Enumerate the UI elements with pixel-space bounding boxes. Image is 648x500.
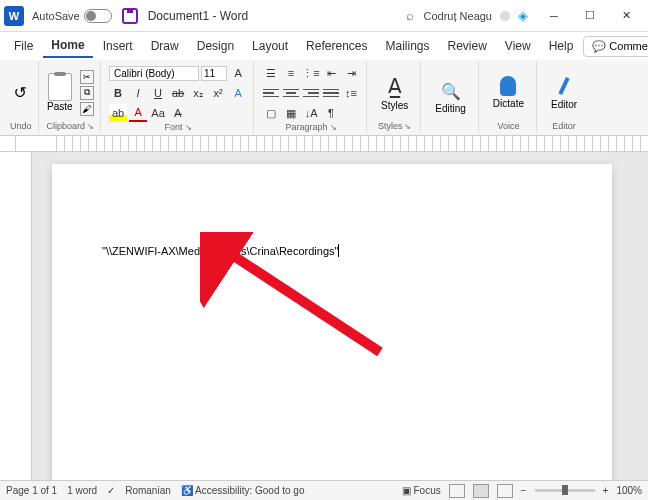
- search-icon[interactable]: ⌕: [406, 8, 414, 23]
- zoom-slider[interactable]: [535, 489, 595, 492]
- focus-mode[interactable]: ▣ Focus: [402, 485, 441, 496]
- svg-point-0: [500, 10, 511, 21]
- language-indicator[interactable]: Romanian: [125, 485, 171, 496]
- paragraph-label: Paragraph: [286, 122, 328, 132]
- editor-group-label: Editor: [552, 121, 576, 131]
- ribbon-group-voice: Dictate Voice: [481, 62, 537, 133]
- menu-bar: File Home Insert Draw Design Layout Refe…: [0, 32, 648, 60]
- word-count[interactable]: 1 word: [67, 485, 97, 496]
- align-right-icon[interactable]: [302, 84, 320, 102]
- line-spacing-icon[interactable]: ↕≡: [342, 84, 360, 102]
- page-indicator[interactable]: Page 1 of 1: [6, 485, 57, 496]
- zoom-level[interactable]: 100%: [616, 485, 642, 496]
- ribbon: ↻ Undo Paste ✂ ⧉ 🖌 Clipboard ↘ A B: [0, 60, 648, 136]
- editor-pen-icon: [558, 77, 569, 95]
- paragraph-launcher-icon[interactable]: ↘: [330, 123, 337, 132]
- menu-layout[interactable]: Layout: [244, 35, 296, 57]
- title-bar: W AutoSave Document1 - Word ⌕ Codruț Nea…: [0, 0, 648, 32]
- document-page[interactable]: "\\ZENWIFI-AX\Media\Movies\Crina\Recordi…: [52, 164, 612, 480]
- styles-button[interactable]: A̲ Styles: [375, 72, 414, 113]
- user-avatar-icon[interactable]: [498, 9, 512, 23]
- multilevel-icon[interactable]: ⋮≡: [302, 64, 320, 82]
- align-left-icon[interactable]: [262, 84, 280, 102]
- justify-icon[interactable]: [322, 84, 340, 102]
- zoom-in-button[interactable]: +: [603, 485, 609, 496]
- font-size-select[interactable]: [201, 66, 227, 81]
- align-center-icon[interactable]: [282, 84, 300, 102]
- change-case-icon[interactable]: Aa: [149, 104, 167, 122]
- underline-button[interactable]: U: [149, 84, 167, 102]
- menu-review[interactable]: Review: [440, 35, 495, 57]
- styles-launcher-icon[interactable]: ↘: [404, 122, 411, 131]
- format-painter-icon[interactable]: 🖌: [80, 102, 94, 116]
- paste-label: Paste: [47, 101, 73, 112]
- accessibility-status[interactable]: ♿ Accessibility: Good to go: [181, 485, 305, 496]
- shading-icon[interactable]: ▢: [262, 104, 280, 122]
- save-icon[interactable]: [122, 8, 138, 24]
- copy-icon[interactable]: ⧉: [80, 86, 94, 100]
- menu-file[interactable]: File: [6, 35, 41, 57]
- ribbon-group-undo: ↻ Undo: [4, 62, 39, 133]
- bold-button[interactable]: B: [109, 84, 127, 102]
- vertical-ruler[interactable]: [16, 152, 32, 480]
- highlight-icon[interactable]: ab: [109, 104, 127, 122]
- dictate-label: Dictate: [493, 98, 524, 109]
- minimize-button[interactable]: ─: [536, 2, 572, 30]
- clipboard-launcher-icon[interactable]: ↘: [87, 122, 94, 131]
- menu-design[interactable]: Design: [189, 35, 242, 57]
- autosave-toggle[interactable]: [84, 9, 112, 23]
- spell-check-icon[interactable]: ✓: [107, 485, 115, 496]
- menu-home[interactable]: Home: [43, 34, 92, 58]
- typed-text: "\\ZENWIFI-AX\Media\Movies\Crina\Recordi…: [102, 245, 338, 257]
- bullets-icon[interactable]: ☰: [262, 64, 280, 82]
- comments-button[interactable]: 💬 Comments ˅: [583, 36, 648, 57]
- numbering-icon[interactable]: ≡: [282, 64, 300, 82]
- clear-format-icon[interactable]: A̶: [169, 104, 187, 122]
- read-mode-icon[interactable]: [449, 484, 465, 498]
- editor-button[interactable]: Editor: [545, 73, 583, 112]
- document-content[interactable]: "\\ZENWIFI-AX\Media\Movies\Crina\Recordi…: [102, 244, 562, 257]
- menu-draw[interactable]: Draw: [143, 35, 187, 57]
- voice-label: Voice: [497, 121, 519, 131]
- maximize-button[interactable]: ☐: [572, 2, 608, 30]
- undo-label: Undo: [10, 121, 32, 131]
- text-effects-icon[interactable]: A: [229, 84, 247, 102]
- document-area: "\\ZENWIFI-AX\Media\Movies\Crina\Recordi…: [16, 152, 648, 480]
- accessibility-label: Accessibility: Good to go: [195, 485, 305, 496]
- italic-button[interactable]: I: [129, 84, 147, 102]
- styles-icon: A̲: [388, 74, 402, 98]
- styles-btn-label: Styles: [381, 100, 408, 111]
- menu-view[interactable]: View: [497, 35, 539, 57]
- show-marks-icon[interactable]: ¶: [322, 104, 340, 122]
- editing-button[interactable]: 🔍 Editing: [429, 80, 472, 116]
- grow-font-icon[interactable]: A: [229, 64, 247, 82]
- menu-references[interactable]: References: [298, 35, 375, 57]
- web-layout-icon[interactable]: [497, 484, 513, 498]
- zoom-out-button[interactable]: −: [521, 485, 527, 496]
- premium-icon[interactable]: ◈: [518, 8, 528, 23]
- menu-mailings[interactable]: Mailings: [377, 35, 437, 57]
- menu-insert[interactable]: Insert: [95, 35, 141, 57]
- font-launcher-icon[interactable]: ↘: [185, 123, 192, 132]
- strikethrough-button[interactable]: ab: [169, 84, 187, 102]
- sort-icon[interactable]: ↓A: [302, 104, 320, 122]
- styles-label: Styles: [378, 121, 403, 131]
- dictate-button[interactable]: Dictate: [487, 74, 530, 111]
- superscript-button[interactable]: x²: [209, 84, 227, 102]
- undo-icon[interactable]: ↻: [14, 83, 27, 102]
- find-icon: 🔍: [441, 82, 461, 101]
- menu-help[interactable]: Help: [541, 35, 582, 57]
- cut-icon[interactable]: ✂: [80, 70, 94, 84]
- font-color-icon[interactable]: A: [129, 104, 147, 122]
- borders-icon[interactable]: ▦: [282, 104, 300, 122]
- autosave-label: AutoSave: [32, 10, 80, 22]
- font-name-select[interactable]: [109, 66, 199, 81]
- decrease-indent-icon[interactable]: ⇤: [322, 64, 340, 82]
- paste-button[interactable]: Paste: [47, 73, 73, 112]
- horizontal-ruler[interactable]: [0, 136, 648, 152]
- subscript-button[interactable]: x₂: [189, 84, 207, 102]
- print-layout-icon[interactable]: [473, 484, 489, 498]
- increase-indent-icon[interactable]: ⇥: [342, 64, 360, 82]
- ribbon-group-paragraph: ☰ ≡ ⋮≡ ⇤ ⇥ ↕≡ ▢ ▦ ↓A ¶ Paragraph ↘: [256, 62, 367, 133]
- close-button[interactable]: ✕: [608, 2, 644, 30]
